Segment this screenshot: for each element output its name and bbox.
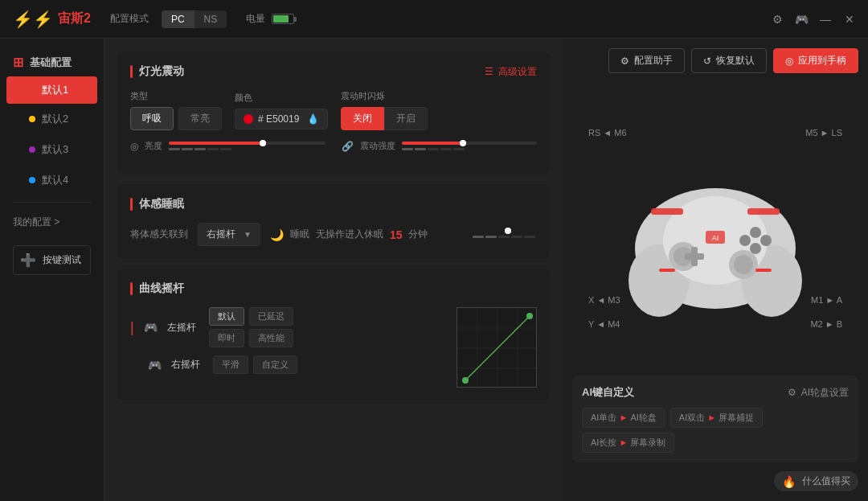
ai-action-btn-2[interactable]: AI长按 ► 屏幕录制 (582, 433, 674, 453)
sidebar-item-default2[interactable]: 默认2 (0, 104, 104, 134)
dash (402, 148, 413, 150)
svg-point-15 (734, 255, 753, 274)
controller-image: AI (619, 152, 812, 329)
sleep-unit: 分钟 (408, 228, 428, 241)
sleep-link-label: 将体感关联到 (130, 228, 188, 241)
light-vibration-title: 灯光震动 (130, 64, 184, 79)
sleep-joystick-select[interactable]: 右摇杆 ▼ (198, 223, 260, 246)
dash (473, 236, 484, 238)
dash (169, 148, 180, 150)
main-content: ⊞ 基础配置 默认1 默认2 默认3 默认4 我的配置 > ➕ (0, 39, 868, 501)
app-title: 宙斯2 (58, 10, 91, 27)
sidebar: ⊞ 基础配置 默认1 默认2 默认3 默认4 我的配置 > ➕ (0, 39, 104, 501)
flash-off-btn[interactable]: 关闭 (341, 107, 384, 130)
mode-tabs: PC NS (162, 10, 227, 28)
curve-svg (457, 308, 538, 388)
apply-icon: ◎ (785, 55, 793, 67)
vibration-slider-area: 🔗 震动强度 (342, 140, 537, 152)
left-tag-performance[interactable]: 高性能 (249, 329, 293, 347)
vibration-slider-track[interactable] (402, 142, 537, 150)
btn-label-x-m3: X ◄ M3 (588, 295, 620, 305)
vibration-track[interactable] (402, 142, 537, 145)
assist-button[interactable]: ⚙ 配置助手 (608, 48, 685, 73)
left-joystick-tags: 默认 已延迟 即时 高性能 (209, 307, 293, 347)
brightness-track[interactable] (169, 142, 326, 145)
ai-wheel-button[interactable]: ⚙ AI轮盘设置 (788, 386, 849, 400)
settings-icon[interactable]: ⚙ (772, 14, 783, 25)
left-joystick-label: 左摇杆 (167, 321, 199, 335)
sidebar-item-default4[interactable]: 默认4 (0, 165, 104, 195)
left-tag-delayed[interactable]: 已延迟 (249, 307, 293, 326)
advanced-settings-icon: ☰ (485, 66, 493, 77)
right-tag-custom[interactable]: 自定义 (253, 355, 297, 374)
sidebar-label-3: 默认3 (42, 142, 68, 157)
type-group: 类型 呼吸 常亮 (130, 90, 222, 130)
sidebar-label-4: 默认4 (42, 173, 68, 187)
apply-button[interactable]: ◎ 应用到手柄 (773, 48, 858, 73)
btn-label-rs-m6: RS ◄ M6 (588, 128, 627, 138)
type-btn-constant[interactable]: 常亮 (178, 107, 222, 130)
type-value-row: 呼吸 常亮 (130, 107, 222, 130)
mode-tab-pc[interactable]: PC (162, 10, 194, 28)
mode-tab-ns[interactable]: NS (194, 10, 227, 28)
ai-arrow-1: ► (707, 413, 716, 422)
btn-label-m1-a: M1 ► A (811, 295, 842, 305)
sleep-row: 将体感关联到 右摇杆 ▼ 🌙 睡眠 无操作进入休眠 15 分钟 (130, 223, 537, 246)
advanced-settings-button[interactable]: ☰ 高级设置 (485, 65, 537, 79)
dash (220, 148, 231, 150)
sidebar-item-default1[interactable]: 默认1 (6, 76, 97, 104)
no-op-label: 无操作进入休眠 (316, 228, 383, 241)
btn-label-m5-ls: M5 ► LS (805, 128, 842, 138)
brightness-label: 亮度 (145, 140, 162, 152)
assist-label: 配置助手 (634, 54, 673, 68)
restore-icon: ↺ (703, 55, 711, 67)
ai-wheel-label: AI轮盘设置 (801, 386, 849, 400)
dot-icon-1 (29, 87, 35, 93)
flash-on-btn[interactable]: 开启 (384, 107, 428, 130)
sidebar-item-default3[interactable]: 默认3 (0, 134, 104, 165)
brightness-slider-track[interactable] (169, 142, 326, 150)
sidebar-my-config[interactable]: 我的配置 > (0, 209, 104, 236)
basic-config-icon: ⊞ (13, 55, 23, 70)
right-joystick-label: 右摇杆 (171, 358, 203, 372)
minimize-button[interactable]: — (820, 14, 831, 25)
profile-icon[interactable]: 🎮 (796, 14, 807, 25)
curve-graph[interactable] (457, 307, 537, 388)
joystick-title-text: 曲线摇杆 (139, 281, 184, 296)
sleep-slider-area[interactable] (473, 231, 537, 238)
sleep-label-text: 睡眠 (290, 228, 309, 241)
color-field[interactable]: # E50019 💧 (235, 109, 328, 129)
close-button[interactable]: ✕ (844, 14, 855, 25)
light-vibration-card: 灯光震动 ☰ 高级设置 类型 呼吸 常亮 (117, 51, 550, 175)
title-bar-line (130, 65, 133, 78)
light-type-row: 类型 呼吸 常亮 颜色 # E50019 💧 (130, 90, 537, 130)
light-vibration-header: 灯光震动 ☰ 高级设置 (130, 64, 537, 79)
watermark-icon: 🔥 (782, 475, 796, 488)
ai-action-btn-1[interactable]: AI双击 ► 屏幕捕捉 (670, 408, 763, 428)
app-window: ⚡⚡ 宙斯2 配置模式 PC NS 电量 ⚙ 🎮 — ✕ (0, 0, 868, 501)
restore-button[interactable]: ↺ 恢复默认 (691, 48, 767, 73)
color-label: 颜色 (235, 92, 328, 104)
ai-title: AI键自定义 (582, 385, 634, 400)
joystick-title: 曲线摇杆 (130, 281, 184, 296)
watermark: 🔥 什么值得买 (774, 471, 858, 491)
key-test-button[interactable]: ➕ 按键测试 (13, 245, 91, 275)
right-tag-smooth[interactable]: 平滑 (213, 355, 248, 374)
apply-label: 应用到手柄 (798, 54, 846, 68)
ai-wheel-icon: ⚙ (788, 387, 796, 398)
svg-rect-25 (747, 208, 780, 215)
dropdown-arrow-icon: ▼ (244, 230, 252, 239)
svg-text:AI: AI (712, 234, 719, 242)
restore-label: 恢复默认 (716, 54, 755, 68)
flash-group: 震动时闪烁 关闭 开启 (341, 90, 428, 130)
ai-action-btn-0[interactable]: AI单击 ► AI轮盘 (582, 408, 665, 428)
sleep-title: 体感睡眠 (130, 197, 184, 211)
svg-point-20 (739, 235, 751, 246)
left-joystick-indicator: | (130, 319, 134, 336)
left-tag-default[interactable]: 默认 (209, 307, 244, 326)
color-group: 颜色 # E50019 💧 (235, 92, 328, 129)
title-bar-center: 配置模式 PC NS 电量 (110, 10, 294, 28)
ai-section: AI键自定义 ⚙ AI轮盘设置 AI单击 ► AI轮盘 AI双击 ► 屏幕捕捉 (572, 376, 858, 462)
type-btn-breathe[interactable]: 呼吸 (130, 107, 174, 130)
left-tag-instant[interactable]: 即时 (209, 329, 244, 347)
